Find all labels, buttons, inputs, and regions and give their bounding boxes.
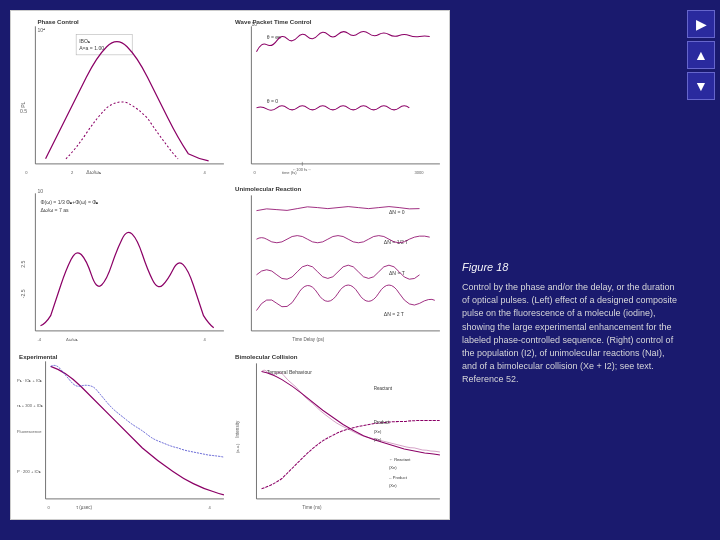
svg-text:Temporal Behaviour: Temporal Behaviour [267,368,312,374]
svg-text:0: 0 [253,170,256,175]
nav-forward-button[interactable]: ▶ [687,10,715,38]
svg-text:P · 200 + IO₂: P · 200 + IO₂ [17,469,41,474]
svg-text:4: 4 [204,337,207,342]
svg-text:Phase Control: Phase Control [37,18,79,25]
svg-text:0: 0 [48,505,51,510]
up-icon: ▼ [694,78,708,94]
svg-text:0: 0 [25,170,28,175]
svg-text:ΔN = 2 T: ΔN = 2 T [384,311,404,317]
svg-text:Product: Product [374,420,391,425]
figure-caption: Control by the phase and/or the delay, o… [462,281,682,385]
svg-text:Reactant: Reactant [374,386,393,391]
wave-packet-figure: Wave Packet Time Control 10 θ = ee θ = 0… [231,15,445,180]
svg-text:10: 10 [251,21,257,27]
nav-back-button[interactable]: ▲ [687,41,715,69]
svg-text:Δω/ω₁: Δω/ω₁ [86,169,101,175]
svg-text:Φ(ω) = 1/3 Φ₃+Φ(ω) = Φ₃: Φ(ω) = 1/3 Φ₃+Φ(ω) = Φ₃ [40,199,98,205]
svg-text:←100 fs→: ←100 fs→ [292,167,311,172]
svg-text:τ₁ + 300 + IO₂: τ₁ + 300 + IO₂ [17,403,43,408]
svg-text:τ (µsec): τ (µsec) [76,505,92,510]
svg-text:-- Product: -- Product [389,474,408,479]
svg-text:Fluorescence: Fluorescence [17,428,42,433]
svg-text:PL: PL [20,101,26,107]
svg-text:(Xe): (Xe) [374,428,382,433]
svg-text:Δω/ω = 7 as: Δω/ω = 7 as [40,207,69,213]
svg-text:-4: -4 [37,337,41,342]
svg-text:2.5: 2.5 [20,261,26,268]
svg-text:2: 2 [71,170,74,175]
figure-label: Figure 18 [462,260,682,275]
phase-control-figure: Phase Control 10⁴ IBO₂ A=a = 1.00 PL 0.5… [15,15,229,180]
experimental-figure: Experimental P₁ · IO₂ + IO₂ τ₁ + 300 + I… [15,350,229,515]
svg-text:0.5: 0.5 [20,108,27,114]
svg-text:4: 4 [209,505,212,510]
svg-text:Time (ns): Time (ns) [302,505,322,510]
back-icon: ▲ [694,47,708,63]
svg-text:3000: 3000 [414,170,424,175]
figure-caption-area: Figure 18 Control by the phase and/or th… [462,260,682,386]
svg-text:← Reactant: ← Reactant [389,457,411,462]
svg-text:(Xe): (Xe) [389,482,397,487]
svg-text:10: 10 [37,189,43,195]
svg-text:(a.u.): (a.u.) [235,443,240,453]
svg-text:(Xe): (Xe) [389,465,397,470]
svg-text:A=a = 1.00: A=a = 1.00 [79,45,104,51]
svg-text:-2.5: -2.5 [20,290,26,299]
figure-panel: Phase Control 10⁴ IBO₂ A=a = 1.00 PL 0.5… [10,10,450,520]
svg-text:10⁴: 10⁴ [37,27,45,33]
nav-up-button[interactable]: ▼ [687,72,715,100]
svg-text:Time Delay (ps): Time Delay (ps) [292,337,325,342]
svg-text:IBO₂: IBO₂ [79,38,90,44]
svg-text:Intensity: Intensity [235,420,240,438]
forward-icon: ▶ [696,16,707,32]
bimolecular-figure: Bimolecular Collision Temporal Behaviour… [231,350,445,515]
svg-text:ΔN = 0: ΔN = 0 [389,209,405,215]
svg-text:θ = 0: θ = 0 [267,98,279,104]
phase-control-2-figure: 10 Φ(ω) = 1/3 Φ₃+Φ(ω) = Φ₃ Δω/ω = 7 as 2… [15,182,229,347]
svg-text:Wave Packet Time Control: Wave Packet Time Control [235,18,312,25]
svg-text:Unimolecular Reaction: Unimolecular Reaction [235,186,301,193]
svg-text:Experimental: Experimental [19,353,58,360]
navigation-controls: ▶ ▲ ▼ [687,10,715,100]
svg-text:Δω/ω₁: Δω/ω₁ [66,337,78,342]
svg-text:Bimolecular Collision: Bimolecular Collision [235,353,298,360]
svg-text:P₁ · IO₂ + IO₂: P₁ · IO₂ + IO₂ [17,377,42,382]
unimolecular-figure: Unimolecular Reaction ΔN = 0 ΔN = 1/2 T … [231,182,445,347]
svg-text:4: 4 [204,170,207,175]
